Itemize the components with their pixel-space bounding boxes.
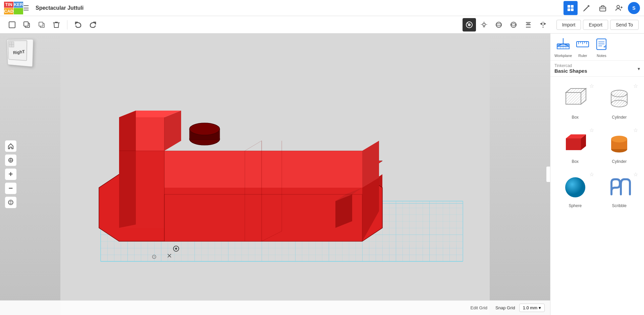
svg-marker-48 xyxy=(164,188,362,241)
user-add-icon xyxy=(615,4,623,12)
shape-icon-solid-cylinder xyxy=(604,128,634,158)
category-info: Tinkercad Basic Shapes xyxy=(554,63,587,74)
3d-canvas[interactable]: ⊙ RighT xyxy=(0,34,550,315)
svg-rect-13 xyxy=(24,22,28,26)
snap-grid-label: Snap Grid xyxy=(495,305,515,310)
svg-point-25 xyxy=(496,22,501,27)
app-logo[interactable]: TIN KER CAD xyxy=(4,2,17,14)
notes-label: Notes xyxy=(597,54,606,58)
align-icon xyxy=(525,21,532,28)
user-add-button[interactable] xyxy=(612,1,626,15)
delete-button[interactable] xyxy=(50,18,63,32)
snap-value-selector[interactable]: 1.0 mm ▾ xyxy=(519,304,545,312)
shape-icon-ghost-box xyxy=(560,83,590,114)
shape-item-solid-box[interactable]: ☆ Box xyxy=(554,125,596,167)
shape-star-ghost-cylinder[interactable]: ☆ xyxy=(633,83,638,89)
grid-view-button[interactable] xyxy=(564,1,578,15)
shape-icon-solid-box xyxy=(560,128,590,158)
zoom-out-button[interactable]: − xyxy=(5,182,17,194)
cube-face-label: RighT xyxy=(7,39,34,67)
duplicate-button[interactable] xyxy=(35,18,48,32)
workplane-tool[interactable]: Workplane xyxy=(554,36,572,58)
chevron-right-icon: › xyxy=(550,171,550,177)
zoom-out-icon: − xyxy=(9,184,13,193)
svg-rect-15 xyxy=(39,22,43,26)
workplane-icon xyxy=(555,36,571,52)
svg-rect-31 xyxy=(527,23,530,24)
light-icon xyxy=(480,21,488,28)
hamburger-button[interactable]: ☰ xyxy=(19,1,33,15)
toolbar-right: Import Export Send To xyxy=(463,18,639,32)
send-to-button[interactable]: Send To xyxy=(610,20,639,30)
shape-item-solid-cylinder[interactable]: ☆ Cylinder xyxy=(599,125,640,167)
zoom-in-button[interactable]: + xyxy=(5,168,17,180)
svg-line-5 xyxy=(584,10,584,11)
shapes-category-header: Tinkercad Basic Shapes ▾ xyxy=(550,61,644,77)
shape-star-solid-cylinder[interactable]: ☆ xyxy=(633,127,638,133)
redo-button[interactable] xyxy=(86,18,100,32)
mirror-button[interactable] xyxy=(536,18,550,32)
shape-item-ghost-box[interactable]: ☆ Box xyxy=(554,81,596,122)
import-button[interactable]: Import xyxy=(556,20,581,30)
shape-star-scribble[interactable]: ☆ xyxy=(633,171,638,178)
top-right-actions: S xyxy=(564,1,640,15)
delete-icon xyxy=(52,21,60,29)
notes-icon xyxy=(593,36,609,52)
logo-tin: TIN xyxy=(4,2,13,8)
view-cube[interactable]: RighT xyxy=(6,40,36,70)
briefcase-button[interactable] xyxy=(596,1,610,15)
align-button[interactable] xyxy=(522,18,535,32)
view2-button[interactable] xyxy=(507,18,520,32)
shape-icon-ghost-cylinder xyxy=(604,83,634,114)
home-button[interactable] xyxy=(5,140,17,152)
viewport[interactable]: ⊙ RighT xyxy=(0,34,550,315)
copy-button[interactable] xyxy=(20,18,34,32)
project-title: Spectacular Juttuli xyxy=(36,5,561,11)
toolbar: Import Export Send To xyxy=(0,16,644,34)
shape-item-scribble[interactable]: ☆ Scribble xyxy=(599,169,640,211)
svg-point-19 xyxy=(467,22,468,23)
shape-name-solid-box: Box xyxy=(572,159,579,164)
category-name-label: Basic Shapes xyxy=(554,68,587,74)
bottom-status-bar: Edit Grid Snap Grid 1.0 mm ▾ xyxy=(0,300,550,315)
orient-button[interactable] xyxy=(5,196,17,208)
user-avatar[interactable]: S xyxy=(628,2,640,14)
notes-tool[interactable]: Notes xyxy=(593,36,609,58)
snap-value-text: 1.0 mm xyxy=(523,305,537,310)
svg-rect-1 xyxy=(571,5,574,8)
export-button[interactable]: Export xyxy=(583,20,608,30)
new-button[interactable] xyxy=(5,18,19,32)
action-buttons: Import Export Send To xyxy=(556,20,639,30)
edit-grid-button[interactable]: Edit Grid xyxy=(467,304,492,312)
svg-point-27 xyxy=(511,22,516,27)
ruler-icon xyxy=(575,36,591,52)
svg-point-26 xyxy=(496,24,501,26)
fit-button[interactable] xyxy=(5,154,17,166)
briefcase-icon xyxy=(599,4,606,12)
shape-name-ghost-cylinder: Cylinder xyxy=(612,115,627,120)
svg-point-18 xyxy=(469,24,470,25)
shapes-grid: ☆ Box xyxy=(550,77,644,215)
camera-button[interactable] xyxy=(463,18,476,32)
shape-item-solid-sphere[interactable]: ☆ Sphere xyxy=(554,169,596,211)
ruler-tool[interactable]: Ruler xyxy=(575,36,591,58)
shape-star-solid-box[interactable]: ☆ xyxy=(589,127,594,133)
svg-marker-34 xyxy=(544,22,546,25)
workplane-label: Workplane xyxy=(554,54,572,58)
undo-button[interactable] xyxy=(71,18,85,32)
pickaxe-button[interactable] xyxy=(580,1,594,15)
shape-item-ghost-cylinder[interactable]: ☆ Cylinder xyxy=(599,81,640,122)
svg-rect-6 xyxy=(600,7,606,11)
fit-icon xyxy=(7,157,14,164)
home-icon xyxy=(7,143,14,149)
pickaxe-icon xyxy=(583,4,590,12)
category-dropdown-icon[interactable]: ▾ xyxy=(638,66,640,71)
shape-name-scribble: Scribble xyxy=(612,203,627,208)
svg-point-126 xyxy=(611,136,627,142)
shape-view-button[interactable] xyxy=(492,18,505,32)
top-navigation: TIN KER CAD ☰ Spectacular Juttuli xyxy=(0,0,644,16)
shape-star-ghost-box[interactable]: ☆ xyxy=(589,83,594,89)
light-button[interactable] xyxy=(477,18,491,32)
shape-star-solid-sphere[interactable]: ☆ xyxy=(589,171,594,178)
collapse-panel-button[interactable]: › xyxy=(546,166,550,182)
